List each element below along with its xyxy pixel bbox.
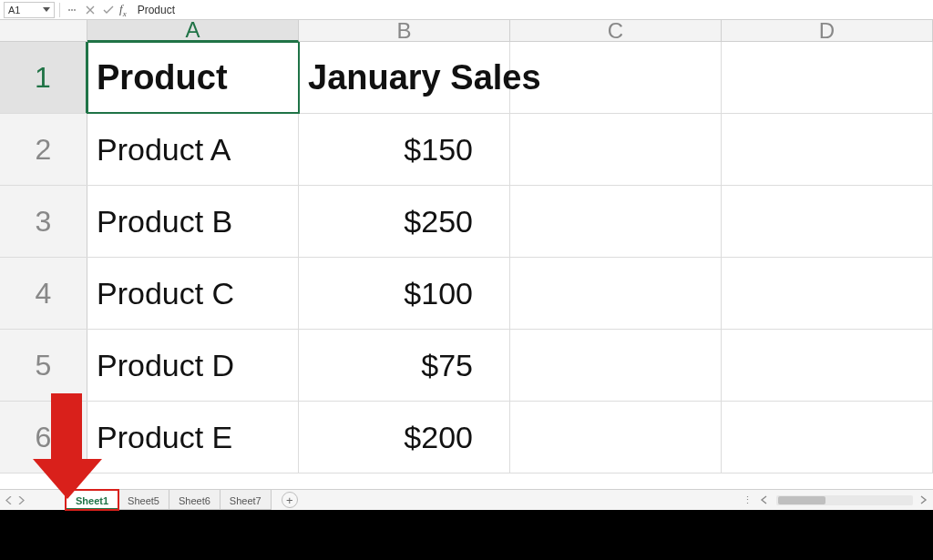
more-options-icon[interactable]: ⋮ bbox=[743, 494, 753, 506]
row-header[interactable]: 5 bbox=[0, 330, 87, 401]
cell[interactable] bbox=[722, 258, 933, 329]
more-icon[interactable] bbox=[65, 3, 79, 17]
cell[interactable] bbox=[510, 114, 722, 185]
cell[interactable]: $150 bbox=[299, 114, 510, 185]
name-box-value: A1 bbox=[8, 5, 20, 15]
cell[interactable]: Product bbox=[87, 42, 299, 113]
select-all-corner[interactable] bbox=[0, 20, 87, 41]
cell[interactable] bbox=[510, 258, 722, 329]
name-box-caret-icon bbox=[43, 7, 50, 12]
table-row: 4 Product C $100 bbox=[0, 258, 933, 330]
tab-nav-next-icon[interactable] bbox=[16, 494, 26, 506]
svg-point-0 bbox=[68, 9, 70, 11]
cell[interactable] bbox=[510, 330, 722, 401]
column-header[interactable]: C bbox=[510, 20, 722, 41]
spreadsheet-app: A1 fx Product A B C D 1 Product January … bbox=[0, 0, 933, 510]
sheet-tab[interactable]: Sheet5 bbox=[118, 490, 169, 510]
cell[interactable] bbox=[722, 402, 933, 473]
cell[interactable] bbox=[722, 330, 933, 401]
new-sheet-button[interactable]: + bbox=[282, 492, 298, 508]
separator bbox=[59, 3, 60, 17]
table-row: 1 Product January Sales bbox=[0, 42, 933, 114]
sheet-tabs: Sheet1 Sheet5 Sheet6 Sheet7 bbox=[66, 490, 271, 510]
cell[interactable]: Product D bbox=[87, 330, 299, 401]
enter-icon[interactable] bbox=[101, 3, 116, 17]
formula-bar: A1 fx Product bbox=[0, 0, 933, 20]
scroll-right-icon[interactable] bbox=[920, 495, 929, 504]
cell[interactable] bbox=[510, 402, 722, 473]
sheet-tab[interactable]: Sheet1 bbox=[66, 490, 118, 510]
cell[interactable] bbox=[722, 42, 933, 113]
horizontal-scrollbar[interactable] bbox=[776, 495, 913, 505]
name-box[interactable]: A1 bbox=[4, 2, 55, 18]
scroll-left-icon[interactable] bbox=[760, 495, 769, 504]
cell[interactable]: Product C bbox=[87, 258, 299, 329]
cancel-icon[interactable] bbox=[83, 3, 97, 17]
fx-icon[interactable]: fx bbox=[119, 2, 127, 18]
sheet-tab-strip: Sheet1 Sheet5 Sheet6 Sheet7 + ⋮ bbox=[0, 489, 933, 510]
column-header-strip: A B C D bbox=[0, 20, 933, 42]
strip-right: ⋮ bbox=[743, 494, 929, 506]
row-header[interactable]: 6 bbox=[0, 402, 87, 473]
cell[interactable]: Product A bbox=[87, 114, 299, 185]
formula-input[interactable]: Product bbox=[130, 4, 929, 16]
table-row: 5 Product D $75 bbox=[0, 330, 933, 402]
table-row: 2 Product A $150 bbox=[0, 114, 933, 186]
svg-point-2 bbox=[74, 9, 76, 11]
footer-black-area bbox=[0, 510, 933, 560]
svg-point-1 bbox=[71, 9, 73, 11]
cell[interactable]: $250 bbox=[299, 186, 510, 257]
cell[interactable]: Product B bbox=[87, 186, 299, 257]
cell[interactable]: January Sales bbox=[299, 42, 510, 113]
row-header[interactable]: 1 bbox=[0, 42, 87, 113]
column-header[interactable]: A bbox=[87, 20, 299, 42]
sheet-tab[interactable]: Sheet7 bbox=[220, 490, 272, 510]
row-header[interactable]: 4 bbox=[0, 258, 87, 329]
row-header[interactable]: 2 bbox=[0, 114, 87, 185]
cell[interactable]: $200 bbox=[299, 402, 510, 473]
cell[interactable] bbox=[510, 186, 722, 257]
cell[interactable] bbox=[510, 42, 722, 113]
cell[interactable]: Product E bbox=[87, 402, 299, 473]
table-row: 3 Product B $250 bbox=[0, 186, 933, 258]
row-header[interactable]: 3 bbox=[0, 186, 87, 257]
cell-grid: 1 Product January Sales 2 Product A $150… bbox=[0, 42, 933, 489]
cell[interactable]: $75 bbox=[299, 330, 510, 401]
scrollbar-thumb[interactable] bbox=[778, 496, 825, 504]
cell[interactable] bbox=[722, 114, 933, 185]
table-row: 6 Product E $200 bbox=[0, 402, 933, 473]
column-header[interactable]: D bbox=[722, 20, 933, 41]
sheet-tab[interactable]: Sheet6 bbox=[169, 490, 220, 510]
tab-nav-prev-icon[interactable] bbox=[4, 494, 13, 506]
column-header[interactable]: B bbox=[299, 20, 510, 41]
cell[interactable]: $100 bbox=[299, 258, 510, 329]
cell[interactable] bbox=[722, 186, 933, 257]
